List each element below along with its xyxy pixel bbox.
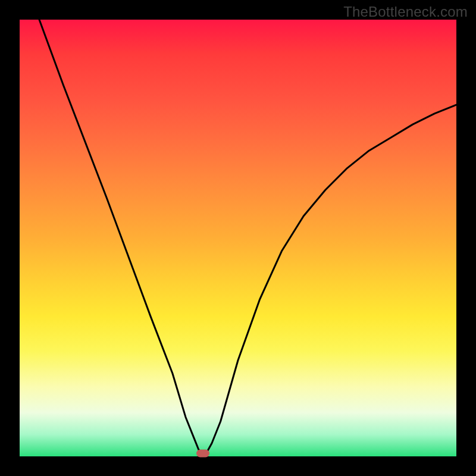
chart-curve-svg bbox=[20, 20, 456, 456]
chart-min-marker bbox=[196, 449, 209, 457]
watermark-text: TheBottleneck.com bbox=[343, 4, 468, 20]
chart-curve bbox=[39, 20, 456, 453]
chart-plot-area bbox=[20, 20, 456, 456]
